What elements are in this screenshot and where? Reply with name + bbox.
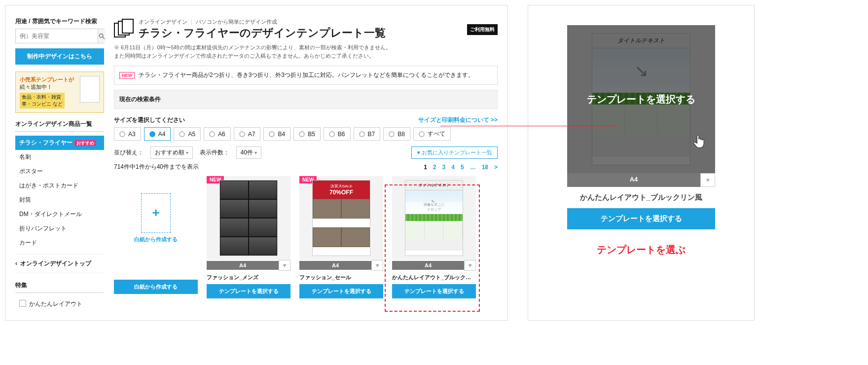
search-icon: [98, 33, 106, 40]
card-name: ファッション_メンズ: [207, 274, 290, 281]
radio-icon: [389, 131, 395, 137]
big-card-name: かんたんレイアウト_ブルックリン風: [567, 193, 715, 202]
sidebar-item[interactable]: 封筒: [15, 193, 104, 207]
perpage-label: 表示件数：: [200, 148, 229, 157]
sort-select[interactable]: おすすめ順: [150, 146, 193, 159]
card-size-label: A4: [207, 261, 279, 270]
size-option[interactable]: A7: [234, 127, 261, 141]
blank-label: 白紙から作成する: [134, 236, 178, 243]
radio-icon: [119, 131, 125, 137]
size-option[interactable]: B8: [383, 127, 410, 141]
select-template-button[interactable]: テンプレートを選択する: [207, 284, 290, 298]
blank-thumb[interactable]: + 白紙から作成する: [114, 176, 198, 260]
size-price-link[interactable]: サイズと印刷料金について >>: [418, 116, 498, 124]
card-thumb[interactable]: NEW決算大SALE70%OFF: [299, 176, 383, 260]
detail-panel: タイトルテキスト ↘ テンプレートを選択する A4 ♥ かんたんレイアウト: [528, 5, 755, 321]
card-size-label: A4: [299, 261, 371, 270]
sidebar-item[interactable]: ポスター: [15, 164, 104, 179]
select-template-button[interactable]: テンプレートを選択する: [299, 284, 383, 298]
radio-icon: [179, 131, 185, 137]
radio-icon: [419, 131, 425, 137]
back-to-top-link[interactable]: オンラインデザイントップ: [15, 254, 104, 273]
search-row: [15, 29, 104, 43]
free-badge: ご利用無料: [467, 24, 498, 35]
search-button[interactable]: [98, 29, 106, 43]
radio-icon: [269, 131, 275, 137]
size-option[interactable]: A3: [114, 127, 141, 141]
favorite-button[interactable]: ♥: [464, 260, 476, 271]
filter-easy-layout[interactable]: かんたんレイアウト: [15, 297, 104, 311]
size-option[interactable]: A5: [174, 127, 201, 141]
result-count: 714件中1件から40件までを表示: [114, 163, 199, 171]
blank-card: + 白紙から作成する 白紙から作成する: [114, 176, 198, 298]
step-caption: テンプレートを選ぶ: [597, 243, 686, 256]
radio-icon: [329, 131, 335, 137]
size-option[interactable]: すべて: [413, 127, 451, 141]
page-link[interactable]: 2: [433, 164, 436, 171]
card-thumb[interactable]: タイトルテキスト↘画像をここに ドロップ: [392, 176, 476, 260]
size-option[interactable]: B7: [354, 127, 381, 141]
size-option[interactable]: B4: [263, 127, 290, 141]
page-link[interactable]: 18: [482, 164, 488, 171]
search-conditions: 現在の検索条件: [114, 90, 498, 109]
flyer-icon: [114, 19, 134, 40]
card-thumb[interactable]: NEW: [207, 176, 290, 260]
size-option[interactable]: A4: [144, 127, 171, 141]
template-card: NEW決算大SALE70%OFFA4♥ファッション_セールテンプレートを選択する: [299, 176, 383, 298]
sidebar-heading: オンラインデザイン商品一覧: [15, 120, 104, 132]
favorite-button[interactable]: ♥: [279, 260, 290, 271]
page-link[interactable]: 5: [461, 164, 464, 171]
size-option[interactable]: B6: [324, 127, 351, 141]
card-size-label: A4: [392, 261, 464, 270]
promo-thumb: [80, 76, 100, 103]
select-template-button[interactable]: テンプレートを選択する: [567, 208, 715, 229]
page-link[interactable]: 4: [451, 164, 455, 171]
page-link[interactable]: 3: [442, 164, 446, 171]
card-name: かんたんレイアウト_ブルックリン風: [392, 274, 476, 281]
big-thumb-wrap[interactable]: タイトルテキスト ↘ テンプレートを選択する: [567, 25, 715, 173]
new-tag: NEW: [119, 72, 135, 79]
sidebar-item[interactable]: カード: [15, 236, 104, 250]
page-link[interactable]: 1: [424, 164, 427, 171]
sidebar-item[interactable]: 名刺: [15, 150, 104, 164]
promo-line1: 小売系テンプレートが: [20, 76, 74, 82]
card-name: ファッション_セール: [299, 274, 383, 281]
sidebar-item[interactable]: チラシ・フライヤーおすすめ: [15, 136, 104, 150]
page-link: …: [470, 164, 476, 171]
perpage-select[interactable]: 40件: [236, 146, 261, 159]
hover-overlay: テンプレートを選択する: [567, 25, 715, 173]
overlay-text: テンプレートを選択する: [587, 93, 695, 106]
favorite-button[interactable]: ♥: [700, 173, 715, 187]
sidebar-item[interactable]: はがき・ポストカード: [15, 179, 104, 193]
favorites-link[interactable]: お気に入りテンプレート一覧: [411, 146, 498, 159]
size-option[interactable]: B5: [293, 127, 321, 141]
sidebar-item[interactable]: DM・ダイレクトメール: [15, 207, 104, 221]
favorite-button[interactable]: ♥: [371, 260, 383, 271]
size-label: サイズを選択してください: [114, 116, 185, 124]
big-size-strip: A4 ♥: [567, 173, 715, 187]
info-text: チラシ・フライヤー商品が2つ折り、巻き3つ折り、外3つ折り加工に対応。パンフレッ…: [139, 71, 474, 79]
blank-create-button[interactable]: 白紙から作成する: [114, 280, 198, 294]
wip-designs-button[interactable]: 制作中デザインはこちら: [15, 48, 104, 65]
size-strip: A4♥: [207, 260, 290, 271]
promo-line2: 続々追加中！: [20, 83, 77, 91]
main-content: オンラインデザイン | パソコンから簡単にデザイン作成 チラシ・フライヤーのデザ…: [114, 17, 498, 308]
recommend-badge: おすすめ: [74, 140, 96, 146]
size-option[interactable]: A6: [204, 127, 231, 141]
promo-box[interactable]: 小売系テンプレートが 続々追加中！ 食品・衣料・雑貨 車・コンビニ など: [15, 72, 104, 113]
browser-panel: 用途 / 雰囲気でキーワード検索 制作中デザインはこちら 小売系テンプレートが …: [5, 5, 508, 321]
template-card: タイトルテキスト↘画像をここに ドロップA4♥かんたんレイアウト_ブルックリン風…: [392, 176, 476, 298]
sidebar-item[interactable]: 折りパンフレット: [15, 221, 104, 236]
breadcrumb-a[interactable]: オンラインデザイン: [139, 19, 187, 25]
page-title: チラシ・フライヤーのデザインテンプレート一覧: [139, 26, 462, 40]
size-strip: A4♥: [299, 260, 383, 271]
radio-icon: [209, 131, 215, 137]
page-link[interactable]: >: [494, 164, 498, 171]
big-size-label: A4: [567, 173, 700, 187]
filter-box: 特集 かんたんレイアウト: [15, 281, 104, 311]
pager: 12345…18>: [424, 164, 498, 171]
radio-icon: [239, 131, 245, 137]
search-input[interactable]: [16, 29, 98, 43]
select-template-button[interactable]: テンプレートを選択する: [392, 284, 476, 298]
info-bar: NEW チラシ・フライヤー商品が2つ折り、巻き3つ折り、外3つ折り加工に対応。パ…: [114, 66, 498, 85]
